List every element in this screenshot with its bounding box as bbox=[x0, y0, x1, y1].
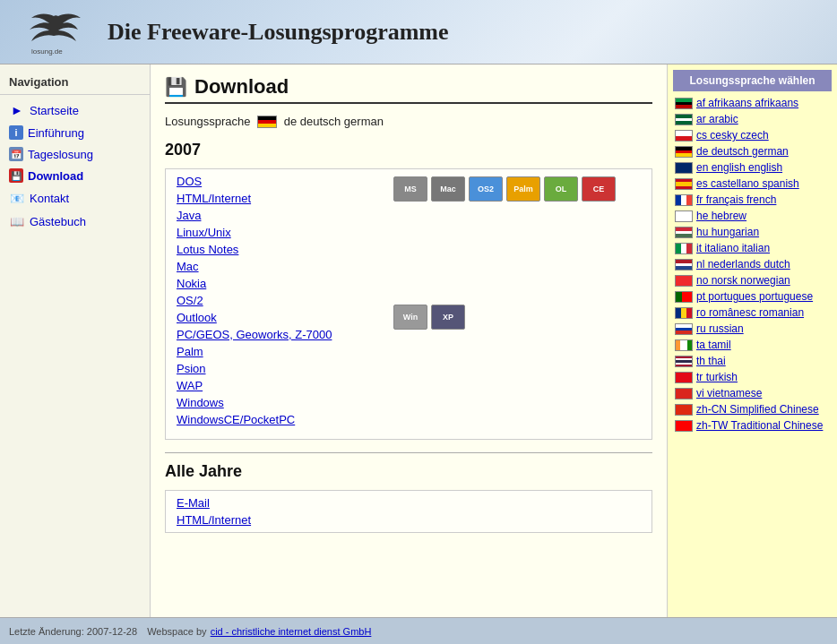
lang-entry-nl[interactable]: nl nederlands dutch bbox=[673, 256, 832, 272]
lang-flag-pt bbox=[675, 291, 693, 303]
lang-entry-pt[interactable]: pt portugues portuguese bbox=[673, 288, 832, 305]
download-red-icon: 💾 bbox=[165, 76, 187, 98]
lang-label-ar: ar arabic bbox=[696, 113, 738, 125]
language-list: af afrikaans afrikaansar arabiccs cesky … bbox=[673, 95, 832, 434]
platform-link[interactable]: DOS bbox=[177, 173, 393, 190]
lang-entry-vi[interactable]: vi vietnamese bbox=[673, 385, 832, 401]
sidebar-item-kontakt[interactable]: 📧 Kontakt bbox=[0, 186, 150, 210]
lang-label-fr: fr français french bbox=[696, 193, 776, 206]
header: losung.de Die Freeware-Losungsprogramme bbox=[0, 0, 837, 64]
platform-link[interactable]: Outlook bbox=[177, 309, 393, 326]
right-panel-heading: Losungssprache wählen bbox=[673, 70, 832, 91]
lang-label-th: th thai bbox=[696, 355, 726, 367]
lang-flag-tr bbox=[675, 372, 693, 383]
lang-entry-th[interactable]: th thai bbox=[673, 353, 832, 369]
lang-entry-it[interactable]: it italiano italian bbox=[673, 240, 832, 256]
lang-entry-de[interactable]: de deutsch german bbox=[673, 143, 832, 159]
platforms-section: DOSHTML/InternetJavaLinux/UnixLotus Note… bbox=[165, 168, 652, 440]
lang-entry-cs[interactable]: cs cesky czech bbox=[673, 127, 832, 143]
lang-flag-nl bbox=[675, 259, 693, 270]
alle-jahre-heading: Alle Jahre bbox=[165, 462, 652, 481]
lang-label-tr: tr turkish bbox=[696, 371, 738, 383]
logo-icon: losung.de bbox=[22, 7, 85, 56]
lang-label-he: he hebrew bbox=[696, 210, 746, 222]
logo[interactable]: losung.de bbox=[18, 5, 90, 59]
platform-icon: Win bbox=[393, 305, 427, 330]
lang-flag-fr bbox=[675, 194, 693, 206]
platform-link[interactable]: PC/GEOS, Geoworks, Z-7000 bbox=[177, 326, 393, 343]
lang-entry-ar[interactable]: ar arabic bbox=[673, 111, 832, 127]
sidebar-item-tageslosung[interactable]: 📅 Tageslosung bbox=[0, 143, 150, 165]
lang-flag-ta bbox=[675, 339, 693, 351]
lang-label-ta: ta tamil bbox=[696, 339, 731, 351]
platform-link[interactable]: HTML/Internet bbox=[177, 190, 393, 207]
sidebar: Navigation ► Startseite i Einführung 📅 T… bbox=[0, 64, 151, 617]
platform-link[interactable]: OS/2 bbox=[177, 292, 393, 309]
german-flag bbox=[257, 116, 277, 128]
sidebar-label-download: Download bbox=[28, 169, 83, 183]
platform-link[interactable]: Linux/Unix bbox=[177, 224, 393, 241]
lang-flag-it bbox=[675, 243, 693, 254]
platform-icon: XP bbox=[431, 305, 465, 330]
contact-link[interactable]: E-Mail bbox=[177, 494, 644, 511]
lang-entry-af[interactable]: af afrikaans afrikaans bbox=[673, 95, 832, 111]
lang-entry-fr[interactable]: fr français french bbox=[673, 192, 832, 208]
sidebar-item-download[interactable]: 💾 Download bbox=[0, 165, 150, 186]
lang-flag-vi bbox=[675, 388, 693, 399]
lang-entry-he[interactable]: he hebrew bbox=[673, 208, 832, 224]
platform-link[interactable]: Palm bbox=[177, 343, 393, 360]
lang-label-ro: ro românesc romanian bbox=[696, 306, 804, 319]
platform-link[interactable]: WindowsCE/PocketPC bbox=[177, 411, 393, 428]
lang-label-pt: pt portugues portuguese bbox=[696, 290, 813, 303]
platform-icon: Palm bbox=[506, 176, 540, 202]
last-change-label: Letzte Änderung: 2007-12-28 bbox=[9, 626, 137, 637]
platform-link[interactable]: Lotus Notes bbox=[177, 241, 393, 258]
sidebar-item-gaestebuch[interactable]: 📖 Gästebuch bbox=[0, 210, 150, 233]
platform-link[interactable]: WAP bbox=[177, 377, 393, 394]
lang-entry-zh-tw[interactable]: zh-TW Traditional Chinese bbox=[673, 417, 832, 434]
platform-link[interactable]: Windows bbox=[177, 394, 393, 411]
lang-entry-ru[interactable]: ru russian bbox=[673, 321, 832, 337]
calendar-icon: 📅 bbox=[9, 147, 23, 161]
platform-icons-area: MSMacOS2PalmOLCEWinXP bbox=[393, 173, 644, 428]
platform-link[interactable]: Java bbox=[177, 207, 393, 224]
lang-entry-hu[interactable]: hu hungarian bbox=[673, 224, 832, 240]
year-heading: 2007 bbox=[165, 141, 652, 159]
sidebar-label-startseite: Startseite bbox=[30, 104, 79, 117]
platform-icon: Mac bbox=[431, 176, 465, 202]
contact-link[interactable]: HTML/Internet bbox=[177, 511, 644, 528]
platforms-layout: DOSHTML/InternetJavaLinux/UnixLotus Note… bbox=[173, 173, 644, 428]
footer: Letzte Änderung: 2007-12-28 Webspace by … bbox=[0, 617, 837, 644]
platform-link[interactable]: Psion bbox=[177, 360, 393, 377]
lang-label-vi: vi vietnamese bbox=[696, 387, 762, 399]
contact-section: E-MailHTML/Internet bbox=[165, 490, 652, 533]
cid-link[interactable]: cid - christliche internet dienst GmbH bbox=[211, 626, 372, 637]
lang-code-label: de deutsch german bbox=[284, 115, 384, 128]
sidebar-item-startseite[interactable]: ► Startseite bbox=[0, 99, 150, 122]
sidebar-label-einfuehrung: Einführung bbox=[28, 126, 84, 140]
sidebar-item-einfuehrung[interactable]: i Einführung bbox=[0, 122, 150, 143]
lang-entry-en[interactable]: en english english bbox=[673, 159, 832, 176]
lang-label-cs: cs cesky czech bbox=[696, 129, 769, 142]
lang-flag-zh-tw bbox=[675, 420, 693, 432]
platform-link[interactable]: Nokia bbox=[177, 275, 393, 292]
lang-label-zh-cn: zh-CN Simplified Chinese bbox=[696, 403, 819, 416]
lang-flag-af bbox=[675, 98, 693, 109]
lang-label-zh-tw: zh-TW Traditional Chinese bbox=[696, 419, 823, 432]
lang-entry-tr[interactable]: tr turkish bbox=[673, 369, 832, 385]
lang-flag-th bbox=[675, 356, 693, 367]
svg-text:losung.de: losung.de bbox=[31, 47, 63, 56]
platform-icon: MS bbox=[393, 176, 427, 202]
right-panel: Losungssprache wählen af afrikaans afrik… bbox=[667, 64, 837, 617]
lang-label-hu: hu hungarian bbox=[696, 226, 759, 238]
contact-icon: 📧 bbox=[9, 190, 25, 206]
lang-flag-en bbox=[675, 162, 693, 174]
lang-entry-es[interactable]: es castellano spanish bbox=[673, 176, 832, 192]
lang-entry-no[interactable]: no norsk norwegian bbox=[673, 272, 832, 288]
lang-flag-es bbox=[675, 178, 693, 190]
platform-link[interactable]: Mac bbox=[177, 258, 393, 275]
lang-entry-ro[interactable]: ro românesc romanian bbox=[673, 305, 832, 321]
lang-entry-zh-cn[interactable]: zh-CN Simplified Chinese bbox=[673, 401, 832, 417]
download-title: Download bbox=[194, 75, 289, 99]
lang-entry-ta[interactable]: ta tamil bbox=[673, 337, 832, 353]
